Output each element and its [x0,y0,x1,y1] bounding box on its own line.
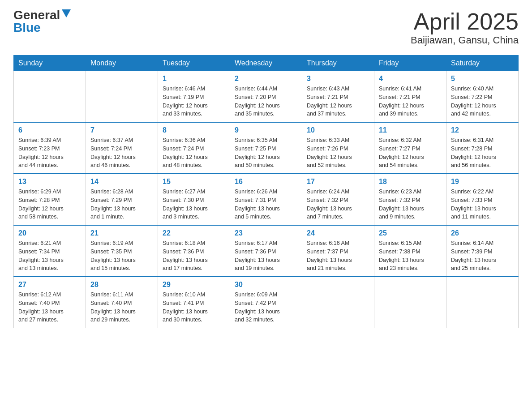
day-number: 23 [235,229,297,237]
logo: General Blue [13,9,71,34]
day-info: Sunrise: 6:11 AMSunset: 7:40 PMDaylight:… [90,291,153,324]
day-number: 4 [379,75,442,83]
day-number: 29 [163,281,225,289]
calendar-cell: 13Sunrise: 6:29 AMSunset: 7:28 PMDayligh… [14,174,86,225]
calendar-cell: 29Sunrise: 6:10 AMSunset: 7:41 PMDayligh… [158,277,230,328]
day-number: 24 [307,229,369,237]
calendar-cell: 22Sunrise: 6:18 AMSunset: 7:36 PMDayligh… [158,225,230,277]
day-number: 1 [163,75,225,83]
calendar-cell: 7Sunrise: 6:37 AMSunset: 7:24 PMDaylight… [86,122,158,174]
calendar-cell: 26Sunrise: 6:14 AMSunset: 7:39 PMDayligh… [446,225,519,277]
calendar-cell: 14Sunrise: 6:28 AMSunset: 7:29 PMDayligh… [86,174,158,225]
day-number: 3 [307,75,369,83]
calendar-day-header: Tuesday [158,56,230,71]
calendar-cell: 5Sunrise: 6:40 AMSunset: 7:22 PMDaylight… [446,71,519,123]
calendar-cell: 24Sunrise: 6:16 AMSunset: 7:37 PMDayligh… [302,225,374,277]
calendar-cell: 11Sunrise: 6:32 AMSunset: 7:27 PMDayligh… [374,122,446,174]
day-number: 18 [379,178,442,186]
calendar-week-row: 20Sunrise: 6:21 AMSunset: 7:34 PMDayligh… [14,225,519,277]
calendar-week-row: 6Sunrise: 6:39 AMSunset: 7:23 PMDaylight… [14,122,519,174]
day-number: 10 [307,126,369,134]
calendar-day-header: Thursday [302,56,374,71]
page-subtitle: Baijiawan, Gansu, China [411,34,519,46]
calendar-cell: 16Sunrise: 6:26 AMSunset: 7:31 PMDayligh… [230,174,302,225]
calendar-cell [302,277,374,328]
calendar-cell: 30Sunrise: 6:09 AMSunset: 7:42 PMDayligh… [230,277,302,328]
day-info: Sunrise: 6:23 AMSunset: 7:32 PMDaylight:… [379,188,442,221]
day-number: 2 [235,75,297,83]
day-number: 11 [379,126,442,134]
day-number: 19 [451,178,514,186]
page-header: General Blue April 2025 Baijiawan, Gansu… [13,9,519,46]
calendar-day-header: Friday [374,56,446,71]
calendar-day-header: Sunday [14,56,86,71]
calendar-day-header: Saturday [446,56,519,71]
calendar-cell: 23Sunrise: 6:17 AMSunset: 7:36 PMDayligh… [230,225,302,277]
calendar-header-row: SundayMondayTuesdayWednesdayThursdayFrid… [14,56,519,71]
calendar-cell: 21Sunrise: 6:19 AMSunset: 7:35 PMDayligh… [86,225,158,277]
day-number: 12 [451,126,514,134]
day-number: 8 [163,126,225,134]
day-info: Sunrise: 6:37 AMSunset: 7:24 PMDaylight:… [90,136,153,170]
calendar-cell [14,71,86,123]
calendar-cell: 25Sunrise: 6:15 AMSunset: 7:38 PMDayligh… [374,225,446,277]
calendar-week-row: 27Sunrise: 6:12 AMSunset: 7:40 PMDayligh… [14,277,519,328]
day-info: Sunrise: 6:32 AMSunset: 7:27 PMDaylight:… [379,136,442,170]
logo-general-text: General [13,9,60,21]
calendar-cell: 1Sunrise: 6:46 AMSunset: 7:19 PMDaylight… [158,71,230,123]
calendar-cell: 15Sunrise: 6:27 AMSunset: 7:30 PMDayligh… [158,174,230,225]
calendar-cell: 2Sunrise: 6:44 AMSunset: 7:20 PMDaylight… [230,71,302,123]
day-info: Sunrise: 6:12 AMSunset: 7:40 PMDaylight:… [18,291,81,324]
logo-blue-text: Blue [13,21,41,34]
day-number: 26 [451,229,514,237]
calendar-table: SundayMondayTuesdayWednesdayThursdayFrid… [13,55,519,328]
calendar-cell: 8Sunrise: 6:36 AMSunset: 7:24 PMDaylight… [158,122,230,174]
day-number: 6 [18,126,81,134]
calendar-week-row: 1Sunrise: 6:46 AMSunset: 7:19 PMDaylight… [14,71,519,123]
logo-triangle-icon [62,9,71,17]
page-title: April 2025 [411,9,519,34]
calendar-cell: 18Sunrise: 6:23 AMSunset: 7:32 PMDayligh… [374,174,446,225]
day-info: Sunrise: 6:15 AMSunset: 7:38 PMDaylight:… [379,239,442,273]
calendar-cell [446,277,519,328]
day-number: 15 [163,178,225,186]
day-info: Sunrise: 6:46 AMSunset: 7:19 PMDaylight:… [163,85,225,118]
day-number: 14 [90,178,153,186]
day-info: Sunrise: 6:36 AMSunset: 7:24 PMDaylight:… [163,136,225,170]
day-info: Sunrise: 6:43 AMSunset: 7:21 PMDaylight:… [307,85,369,118]
day-number: 7 [90,126,153,134]
calendar-week-row: 13Sunrise: 6:29 AMSunset: 7:28 PMDayligh… [14,174,519,225]
calendar-cell: 27Sunrise: 6:12 AMSunset: 7:40 PMDayligh… [14,277,86,328]
day-number: 9 [235,126,297,134]
day-number: 17 [307,178,369,186]
calendar-day-header: Monday [86,56,158,71]
calendar-cell: 17Sunrise: 6:24 AMSunset: 7:32 PMDayligh… [302,174,374,225]
day-number: 30 [235,281,297,289]
calendar-cell [374,277,446,328]
day-info: Sunrise: 6:16 AMSunset: 7:37 PMDaylight:… [307,239,369,273]
day-info: Sunrise: 6:17 AMSunset: 7:36 PMDaylight:… [235,239,297,273]
day-info: Sunrise: 6:27 AMSunset: 7:30 PMDaylight:… [163,188,225,221]
day-info: Sunrise: 6:41 AMSunset: 7:21 PMDaylight:… [379,85,442,118]
day-number: 5 [451,75,514,83]
day-info: Sunrise: 6:14 AMSunset: 7:39 PMDaylight:… [451,239,514,273]
day-number: 13 [18,178,81,186]
calendar-day-header: Wednesday [230,56,302,71]
day-info: Sunrise: 6:18 AMSunset: 7:36 PMDaylight:… [163,239,225,273]
day-info: Sunrise: 6:39 AMSunset: 7:23 PMDaylight:… [18,136,81,170]
day-info: Sunrise: 6:24 AMSunset: 7:32 PMDaylight:… [307,188,369,221]
calendar-cell: 28Sunrise: 6:11 AMSunset: 7:40 PMDayligh… [86,277,158,328]
day-number: 27 [18,281,81,289]
day-info: Sunrise: 6:10 AMSunset: 7:41 PMDaylight:… [163,291,225,324]
day-info: Sunrise: 6:28 AMSunset: 7:29 PMDaylight:… [90,188,153,221]
day-info: Sunrise: 6:19 AMSunset: 7:35 PMDaylight:… [90,239,153,273]
day-number: 28 [90,281,153,289]
day-number: 16 [235,178,297,186]
day-number: 20 [18,229,81,237]
day-info: Sunrise: 6:09 AMSunset: 7:42 PMDaylight:… [235,291,297,324]
calendar-cell [86,71,158,123]
day-info: Sunrise: 6:22 AMSunset: 7:33 PMDaylight:… [451,188,514,221]
calendar-cell: 9Sunrise: 6:35 AMSunset: 7:25 PMDaylight… [230,122,302,174]
calendar-cell: 3Sunrise: 6:43 AMSunset: 7:21 PMDaylight… [302,71,374,123]
day-info: Sunrise: 6:40 AMSunset: 7:22 PMDaylight:… [451,85,514,118]
